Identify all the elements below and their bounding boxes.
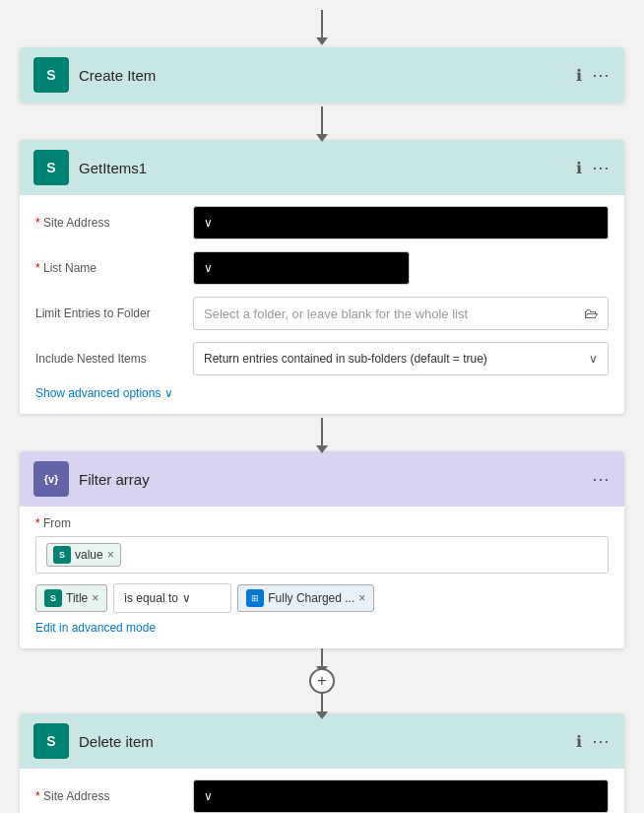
value-tag-label: value (75, 548, 103, 562)
del-site-address-row: Site Address ∨ (35, 779, 609, 813)
value-tag-close[interactable]: × (107, 548, 114, 562)
delete-item-card: S Delete item ℹ ⋯ Site Address ∨ List (20, 713, 624, 813)
filter-array-icon: {v} (33, 461, 69, 497)
delete-item-body: Site Address ∨ List Name ∨ Id (20, 769, 624, 813)
site-address-input[interactable]: ∨ (193, 206, 609, 239)
delete-item-header: S Delete item ℹ ⋯ (20, 713, 624, 769)
include-nested-row: Include Nested Items Return entries cont… (35, 341, 609, 376)
title-tag: S Title × (35, 584, 107, 612)
filter-array-more-icon[interactable]: ⋯ (592, 468, 611, 490)
include-nested-chevron: ∨ (589, 352, 598, 366)
get-items-body: Site Address ∨ List Name ∨ Limit Entries… (20, 195, 624, 414)
operator-label: is equal to (124, 591, 178, 605)
get-items-title: GetItems1 (79, 160, 576, 176)
delete-item-more-icon[interactable]: ⋯ (592, 730, 611, 752)
include-nested-input[interactable]: Return entries contained in sub-folders … (193, 342, 609, 375)
create-item-card: S Create Item ℹ ⋯ (20, 47, 624, 102)
filter-array-header: {v} Filter array ⋯ (20, 451, 624, 507)
delete-item-info-icon[interactable]: ℹ (576, 732, 582, 751)
get-items-icon: S (33, 150, 69, 185)
limit-entries-row: Limit Entries to Folder Select a folder,… (35, 296, 609, 331)
del-site-chevron: ∨ (204, 789, 213, 803)
del-site-address-label: Site Address (35, 789, 193, 803)
create-item-title: Create Item (79, 67, 576, 84)
delete-item-icon: S (33, 723, 69, 759)
list-name-row: List Name ∨ (35, 250, 609, 286)
right-value-icon: ⊞ (246, 589, 264, 607)
limit-entries-placeholder: Select a folder, or leave blank for the … (204, 306, 468, 321)
site-address-row: Site Address ∨ (35, 205, 609, 240)
add-step-button[interactable]: + (309, 668, 335, 694)
get-items-more-icon[interactable]: ⋯ (592, 157, 611, 178)
show-advanced-btn[interactable]: Show advanced options ∨ (35, 386, 609, 400)
include-nested-value: Return entries contained in sub-folders … (204, 352, 487, 366)
delete-item-title: Delete item (79, 733, 576, 750)
filter-array-title: Filter array (79, 471, 592, 488)
operator-chevron: ∨ (182, 591, 191, 605)
del-site-address-input[interactable]: ∨ (193, 779, 609, 813)
include-nested-label: Include Nested Items (35, 352, 193, 366)
flow-container: S Create Item ℹ ⋯ S GetItems1 ℹ ⋯ (0, 0, 644, 813)
filter-array-card: {v} Filter array ⋯ From S value × (20, 451, 624, 648)
title-tag-close[interactable]: × (92, 591, 98, 605)
filter-array-body: From S value × S Title × is (20, 507, 624, 648)
advanced-chevron-icon: ∨ (164, 386, 173, 400)
filter-array-actions: ⋯ (592, 468, 611, 490)
folder-icon: 🗁 (584, 305, 598, 321)
limit-entries-input[interactable]: Select a folder, or leave blank for the … (193, 297, 609, 330)
operator-select[interactable]: is equal to ∨ (113, 583, 231, 613)
condition-row: S Title × is equal to ∨ ⊞ Fully Charged … (35, 583, 609, 613)
edit-advanced-link[interactable]: Edit in advanced mode (35, 621, 156, 635)
create-item-more-icon[interactable]: ⋯ (592, 64, 611, 86)
plus-icon: + (317, 672, 326, 690)
get-items-info-icon[interactable]: ℹ (576, 159, 582, 177)
create-item-actions: ℹ ⋯ (576, 64, 611, 86)
title-tag-icon: S (44, 589, 62, 607)
value-tag-icon: S (53, 546, 71, 564)
list-name-chevron: ∨ (204, 261, 213, 275)
create-item-info-icon[interactable]: ℹ (576, 66, 582, 85)
delete-item-actions: ℹ ⋯ (576, 730, 611, 752)
create-item-header: S Create Item ℹ ⋯ (20, 47, 624, 102)
get-items-actions: ℹ ⋯ (576, 157, 611, 178)
list-name-input[interactable]: ∨ (193, 251, 410, 285)
post-plus-arrow (321, 694, 323, 713)
list-name-label: List Name (35, 261, 193, 275)
create-item-icon: S (33, 57, 69, 93)
site-address-label: Site Address (35, 216, 193, 230)
arrow-2 (321, 418, 323, 447)
right-value-tag: ⊞ Fully Charged ... × (237, 584, 374, 612)
right-value-label: Fully Charged ... (268, 591, 354, 605)
value-tag: S value × (46, 543, 121, 567)
from-section: From S value × (35, 516, 609, 574)
site-address-chevron: ∨ (204, 216, 213, 230)
from-input[interactable]: S value × (35, 536, 609, 574)
top-arrow (321, 10, 323, 39)
right-value-close[interactable]: × (358, 591, 365, 605)
arrow-1 (321, 106, 323, 136)
title-tag-label: Title (66, 591, 88, 605)
pre-plus-arrow (321, 648, 323, 668)
get-items-header: S GetItems1 ℹ ⋯ (20, 140, 624, 195)
from-label: From (35, 516, 609, 530)
plus-arrow-group: + (309, 648, 335, 713)
limit-entries-label: Limit Entries to Folder (35, 306, 193, 320)
get-items-card: S GetItems1 ℹ ⋯ Site Address ∨ List N (20, 140, 624, 414)
